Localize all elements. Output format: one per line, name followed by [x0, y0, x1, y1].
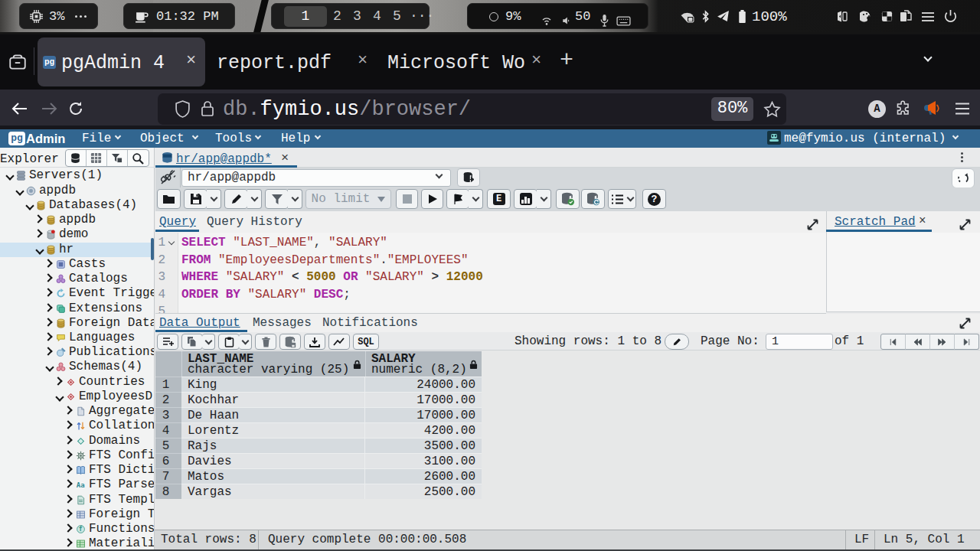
svg-text:f: f — [79, 525, 83, 533]
svg-text:Aa: Aa — [77, 481, 85, 489]
